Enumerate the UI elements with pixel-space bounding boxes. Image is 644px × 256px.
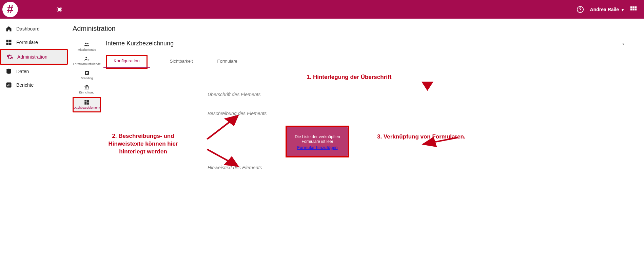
chevron-down-icon: ▾ (622, 7, 624, 12)
institution-icon (83, 84, 91, 90)
svg-rect-28 (84, 100, 86, 102)
sidebar-item-berichte[interactable]: Berichte (0, 78, 68, 92)
hint-input[interactable]: Hinweistext des Elements (208, 165, 262, 170)
tab-label: Formulare (217, 59, 237, 64)
form-area: 1. Hinterlegung der Überschrift 2. Besch… (106, 82, 635, 190)
main-sidebar: Dashboard Formulare Administration Daten… (0, 19, 68, 256)
svg-point-19 (85, 43, 87, 44)
subnav-label: Einrichtung (79, 91, 94, 94)
svg-rect-13 (9, 43, 12, 45)
svg-point-3 (580, 10, 581, 11)
svg-point-23 (86, 72, 88, 74)
tabs: Konfiguration Sichtbarkeit Formulare (106, 55, 635, 68)
annotation-3: 3. Verknüpfung von Formularen. (377, 133, 486, 141)
svg-rect-25 (86, 87, 87, 88)
user-menu[interactable]: Andrea Raile ▾ (590, 7, 624, 12)
sidebar-item-label: Daten (16, 69, 29, 74)
svg-rect-29 (87, 100, 89, 103)
sidebar-item-label: Formulare (16, 40, 38, 45)
home-icon (5, 25, 12, 32)
tab-formulare[interactable]: Formulare (215, 55, 239, 68)
svg-rect-30 (84, 102, 86, 105)
subnav-label: Branding (81, 77, 93, 80)
svg-rect-6 (635, 6, 637, 8)
linked-forms-empty-text: Die Liste der verknüpften Formulare ist … (295, 134, 340, 144)
username-label: Andrea Raile (590, 7, 619, 12)
gear-icon (6, 54, 13, 60)
tab-label: Konfiguration (114, 58, 140, 63)
subnav-item-formularausfuellende[interactable]: Formularausfüllende (73, 54, 101, 68)
subnav-label: Formularausfüllende (73, 62, 101, 66)
sidebar-item-daten[interactable]: Daten (0, 65, 68, 78)
annotation-2: 2. Beschreibungs- und Hinweistexte könne… (99, 132, 187, 156)
svg-rect-4 (630, 6, 632, 8)
people-icon (83, 41, 91, 47)
heading-input[interactable]: Überschrift des Elements (208, 92, 260, 97)
linked-forms-highlight: Die Liste der verknüpften Formulare ist … (286, 126, 349, 157)
admin-subnav: Mitarbeitende Formularausfüllende Brandi… (73, 38, 101, 256)
grid-icon (5, 39, 12, 46)
sidebar-item-label: Dashboard (16, 26, 40, 31)
svg-rect-16 (7, 85, 8, 86)
svg-rect-12 (6, 43, 9, 45)
sidebar-item-label: Berichte (16, 82, 34, 88)
subnav-label: Mitarbeitende (78, 48, 96, 51)
svg-line-34 (207, 149, 238, 166)
sidebar-item-dashboard[interactable]: Dashboard (0, 22, 68, 36)
svg-rect-27 (84, 89, 89, 89)
subnav-item-einrichtung[interactable]: Einrichtung (73, 83, 101, 96)
back-arrow-icon[interactable]: ← (621, 39, 628, 48)
svg-rect-31 (87, 103, 89, 105)
subnav-label: Dashboardelemente (74, 106, 101, 109)
svg-point-20 (87, 43, 89, 44)
chart-icon (5, 82, 12, 88)
admin-body: Interne Kurzbezeichnung ← Konfiguration … (101, 38, 635, 256)
app-logo: # (0, 0, 20, 19)
branding-icon (83, 70, 91, 76)
person-check-icon (83, 56, 91, 62)
svg-rect-26 (88, 87, 89, 88)
svg-rect-8 (632, 8, 635, 10)
svg-line-33 (207, 115, 238, 139)
dashboard-elements-icon (83, 99, 91, 105)
linked-forms-box: Die Liste der verknüpften Formulare ist … (287, 127, 348, 156)
svg-text:#: # (7, 2, 14, 15)
tab-sichtbarkeit[interactable]: Sichtbarkeit (168, 55, 195, 68)
svg-rect-10 (6, 40, 9, 42)
svg-rect-17 (8, 84, 9, 87)
subnav-item-mitarbeitende[interactable]: Mitarbeitende (73, 40, 101, 54)
section-title: Interne Kurzbezeichnung (106, 40, 635, 47)
description-input[interactable]: Beschreibung des Elements (208, 111, 267, 116)
sidebar-item-label: Administration (17, 54, 47, 60)
svg-rect-9 (635, 8, 637, 10)
subnav-item-branding[interactable]: Branding (73, 68, 101, 82)
svg-rect-5 (632, 6, 635, 8)
add-form-link[interactable]: Formular hinzufügen (294, 145, 340, 150)
top-bar: # Andrea Raile ▾ (0, 0, 644, 19)
database-icon (5, 68, 12, 75)
svg-point-21 (85, 57, 87, 59)
svg-rect-7 (630, 8, 632, 10)
tab-label: Sichtbarkeit (170, 59, 193, 64)
svg-rect-18 (10, 84, 11, 86)
record-indicator-icon (58, 8, 61, 11)
content-area: Administration Mitarbeitende Formularaus… (68, 19, 644, 256)
apps-grid-icon[interactable] (630, 6, 637, 13)
help-icon[interactable] (577, 6, 584, 13)
sidebar-item-administration[interactable]: Administration (0, 49, 68, 65)
subnav-item-dashboardelemente[interactable]: Dashboardelemente (73, 97, 101, 112)
svg-rect-24 (85, 87, 86, 88)
tab-konfiguration[interactable]: Konfiguration (106, 55, 148, 69)
page-title: Administration (73, 25, 635, 33)
sidebar-item-formulare[interactable]: Formulare (0, 36, 68, 49)
annotation-1: 1. Hinterlegung der Überschrift (307, 73, 391, 81)
svg-rect-11 (9, 40, 12, 42)
